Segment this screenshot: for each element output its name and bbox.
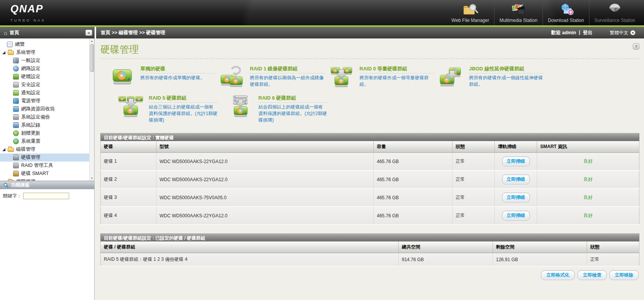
sidebar-item-label: 電源管理 xyxy=(21,98,40,104)
check-now-button[interactable]: 立即檢查 xyxy=(577,270,607,280)
option-link-raid5[interactable]: RAID 5 硬碟群組 xyxy=(149,95,218,103)
sidebar-item-label: 網路設定 xyxy=(21,65,40,72)
disk-cell: 硬碟 2 xyxy=(101,170,156,188)
download-station-icon xyxy=(557,3,575,17)
jbod-linear-icon xyxy=(437,65,465,88)
sidebar-collapse-button[interactable]: « xyxy=(85,30,92,36)
sidebar-item-firmware-update[interactable]: 韌體更新 xyxy=(0,129,94,137)
smart-status: 良好 xyxy=(537,207,639,225)
disk-smart-icon xyxy=(13,171,19,177)
option-desc: 將所有的硬碟以兩個為一組作成鏡像硬碟群組。 xyxy=(250,75,325,88)
option-raid0: RAID 0 等量硬碟群組 將所有的硬碟作成一個等量硬碟群組。 xyxy=(327,65,437,88)
keyword-input[interactable] xyxy=(23,193,69,199)
network-settings-icon xyxy=(13,66,19,72)
sidebar-item-notification-settings[interactable]: 通知設定 xyxy=(0,89,94,97)
sidebar-item-label: 系統重置 xyxy=(21,138,40,145)
table-row: 硬碟 3 WDC WD5000AAKS-75V0A05.0 465.76 GB … xyxy=(101,188,639,207)
col-smart-info: SMART 資訊 xyxy=(537,141,639,153)
language-selector[interactable]: 繁體中文 ▼ xyxy=(610,30,636,36)
scan-now-button[interactable]: 立即掃瞄 xyxy=(502,175,530,184)
hardware-settings-icon xyxy=(13,74,19,80)
sidebar-item-label: 系統設定備份 xyxy=(21,114,50,120)
raid5-icon xyxy=(116,95,145,123)
option-link-raid6[interactable]: RAID 6 硬碟群組 xyxy=(258,95,327,103)
folder-icon xyxy=(8,148,14,152)
welcome-text: 歡迎 admin xyxy=(551,30,576,36)
capacity-cell: 465.76 GB xyxy=(374,207,453,225)
sidebar-item-security-settings[interactable]: 安全設定 xyxy=(0,81,94,89)
capacity-cell: 465.76 GB xyxy=(374,170,453,188)
sidebar-header: ⌂ 首頁 « xyxy=(0,27,95,38)
sidebar-item-raid-tool[interactable]: RAID 管理工具 xyxy=(0,162,94,170)
sidebar-scrollbar[interactable]: ▲ ▼ xyxy=(89,38,94,181)
sidebar-item-overview[interactable]: 總覽 xyxy=(0,40,94,48)
sidebar-item-system-reset[interactable]: 系統重置 xyxy=(0,137,94,145)
format-now-button[interactable]: 立即格式化 xyxy=(541,270,575,280)
folder-icon xyxy=(8,51,14,55)
logout-link[interactable]: 登出 xyxy=(583,30,592,36)
download-station-shortcut[interactable]: Download Station xyxy=(542,0,589,25)
sidebar: 總覽 系統管理 一般設定 網路設定 硬體設定 安全設定 xyxy=(0,38,95,300)
model-cell: WDC WD5000AAKS-22YGA12.0 xyxy=(156,170,374,188)
scan-now-button[interactable]: 立即掃瞄 xyxy=(502,193,530,202)
security-settings-icon xyxy=(13,82,19,88)
option-single-disk: 單獨的硬碟 將所有的硬碟作成單獨的硬碟。 xyxy=(108,65,218,88)
sidebar-item-hardware-settings[interactable]: 硬體設定 xyxy=(0,73,94,81)
scan-now-button[interactable]: 立即掃瞄 xyxy=(502,211,530,220)
scrollbar-thumb[interactable] xyxy=(90,44,94,72)
station-label: Download Station xyxy=(548,18,584,23)
sidebar-item-disk-management[interactable]: 硬碟管理 xyxy=(0,153,94,162)
disk-cell: 硬碟 3 xyxy=(101,188,156,207)
sidebar-item-label: 系統記錄 xyxy=(21,122,40,128)
sidebar-item-network-recycle-bin[interactable]: 網路資源回收筒 xyxy=(0,105,94,113)
sidebar-item-general-settings[interactable]: 一般設定 xyxy=(0,57,94,65)
disk-management-icon xyxy=(13,155,19,160)
sidebar-item-disk-smart[interactable]: 硬碟 SMART xyxy=(0,170,94,178)
help-icon[interactable]: ? xyxy=(633,43,639,50)
total-space-cell: 914.76 GB xyxy=(399,253,493,267)
station-shortcuts: Web File Manager Multimedia Station Down… xyxy=(446,0,644,25)
volume-name-cell: RAID 5 硬碟群組：硬碟 1 2 3 備份硬碟 4 xyxy=(101,253,399,267)
option-link-raid1[interactable]: RAID 1 鏡像硬碟群組 xyxy=(250,65,325,73)
remove-now-button[interactable]: 立即移除 xyxy=(609,270,639,280)
sidebar-item-label: 權限管理 xyxy=(16,178,35,181)
sidebar-item-label: 通知設定 xyxy=(21,90,40,96)
sidebar-item-system-logs[interactable]: 系統記錄 xyxy=(0,121,94,129)
volume-actions: 立即格式化 立即檢查 立即移除 xyxy=(100,270,639,280)
scan-now-button[interactable]: 立即掃瞄 xyxy=(502,157,530,166)
sidebar-item-settings-backup[interactable]: 系統設定備份 xyxy=(0,113,94,121)
raid6-icon xyxy=(226,95,255,123)
sidebar-folder-system-admin[interactable]: 系統管理 xyxy=(0,48,94,57)
option-desc: 將所有的硬碟作成一個線性延伸硬碟群組。 xyxy=(469,75,544,88)
surveillance-station-shortcut[interactable]: Surveillance Station xyxy=(589,0,640,25)
sidebar-item-power-management[interactable]: 電源管理 xyxy=(0,97,94,105)
disk-cell: 硬碟 1 xyxy=(101,153,156,171)
option-link-raid0[interactable]: RAID 0 等量硬碟群組 xyxy=(359,65,435,73)
sidebar-item-network-settings[interactable]: 網路設定 xyxy=(0,65,94,73)
status-cell: 正常 xyxy=(587,253,639,267)
sidebar-item-label: 硬體設定 xyxy=(21,73,40,80)
option-link-jbod[interactable]: JBOD 線性延伸硬碟群組 xyxy=(469,65,544,73)
scroll-down-icon[interactable]: ▼ xyxy=(90,176,94,181)
sidebar-item-label: 網路資源回收筒 xyxy=(21,106,55,112)
sidebar-item-label: 硬碟管理 xyxy=(21,154,40,161)
configured-table-header-row: 硬碟 / 硬碟群組 總共空間 剩餘空間 狀態 xyxy=(101,242,639,253)
col-disk: 硬碟 xyxy=(101,141,156,153)
option-link-single-disk[interactable]: 單獨的硬碟 xyxy=(140,65,216,73)
col-capacity: 容量 xyxy=(374,141,453,153)
scroll-up-icon[interactable]: ▲ xyxy=(90,38,94,43)
firmware-update-icon xyxy=(13,130,19,136)
free-space-cell: 126.91 GB xyxy=(493,253,587,267)
option-raid6: RAID 6 硬碟群組 結合四個以上的硬碟組成一個有資料保護的硬碟群組。(允許2… xyxy=(226,95,327,123)
folder-icon xyxy=(8,180,14,181)
physical-table-header-row: 硬碟 型號 容量 狀態 壞軌掃瞄 SMART 資訊 xyxy=(101,141,639,153)
sidebar-folder-disk-management[interactable]: 磁碟管理 xyxy=(0,145,94,153)
raid0-striping-icon xyxy=(327,65,356,88)
sidebar-folder-permissions[interactable]: 權限管理 xyxy=(0,178,94,181)
system-reset-icon xyxy=(13,138,19,144)
col-status: 狀態 xyxy=(587,242,639,253)
keyword-row: 關鍵字： xyxy=(0,189,94,203)
sidebar-item-label: 總覽 xyxy=(15,41,25,48)
web-file-manager-shortcut[interactable]: Web File Manager xyxy=(446,0,494,25)
multimedia-station-shortcut[interactable]: Multimedia Station xyxy=(494,0,542,25)
